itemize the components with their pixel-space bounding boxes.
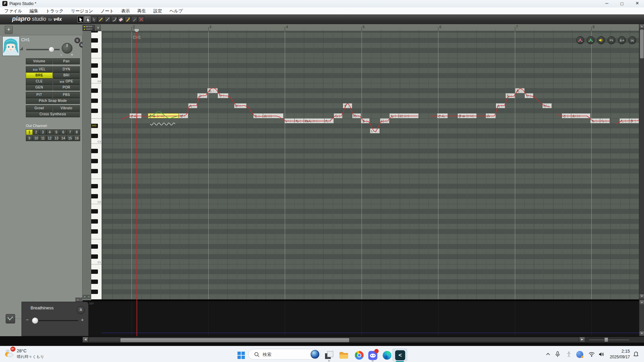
- vertical-scrollbar[interactable]: ▲ ▼ ▲ ▼: [639, 24, 644, 336]
- piano-key[interactable]: [91, 274, 102, 279]
- piano-key[interactable]: [91, 269, 102, 274]
- chevron-up-icon[interactable]: [544, 350, 552, 358]
- horizontal-zoom-slider[interactable]: [589, 340, 629, 340]
- note-35[interactable]: た[…: [620, 118, 629, 123]
- menu-item-region[interactable]: リージョン: [67, 7, 97, 14]
- piano-key[interactable]: [91, 184, 102, 189]
- piano-key[interactable]: [91, 63, 102, 68]
- app-sphere-icon[interactable]: [576, 350, 584, 358]
- param-button-gen[interactable]: GEN: [26, 84, 53, 90]
- note-11[interactable]: い|…: [284, 118, 294, 123]
- out-channel-7[interactable]: 7: [66, 129, 73, 135]
- note-10[interactable]: お[o]: [263, 113, 283, 118]
- piano-key[interactable]: [91, 244, 102, 249]
- piano-key[interactable]: [91, 33, 102, 38]
- piano-key[interactable]: [91, 118, 102, 123]
- piano-key[interactable]: [91, 279, 102, 284]
- note-32[interactable]: お[o]: [571, 113, 590, 118]
- note-27[interactable]: な|…: [505, 93, 515, 98]
- piano-key[interactable]: [91, 189, 102, 194]
- param-button-cross-synthesis[interactable]: Cross Synthesis: [26, 111, 80, 117]
- note-33[interactable]: も[…: [590, 118, 600, 123]
- out-channel-12[interactable]: 12: [46, 135, 53, 141]
- note-19[interactable]: い|…: [370, 128, 380, 133]
- horizontal-scrollbar[interactable]: ◀ ▶: [83, 337, 644, 343]
- taskbar-clock[interactable]: 2:15 2025/09/17: [604, 348, 630, 360]
- lane-scroll-up-button[interactable]: ▲: [640, 300, 644, 304]
- panel-plus-button[interactable]: +: [75, 298, 80, 302]
- parameter-lane-toggle-button[interactable]: [6, 314, 15, 323]
- collapse-lane-button[interactable]: «: [96, 25, 101, 31]
- parameter-lane[interactable]: 127: [83, 300, 639, 336]
- param-button-pit[interactable]: PIT: [26, 92, 53, 98]
- line-tool[interactable]: [104, 16, 111, 22]
- select-dim-tool[interactable]: [91, 16, 97, 22]
- taskbar-app-discord[interactable]: [368, 350, 378, 360]
- note-28[interactable]: あ|…: [515, 88, 525, 93]
- note-36[interactable]: き[…: [629, 118, 639, 123]
- search-highlight-globe[interactable]: [311, 350, 319, 359]
- out-channel-11[interactable]: 11: [39, 135, 46, 141]
- note-4[interactable]: ん|…: [188, 103, 197, 108]
- out-channel-1[interactable]: 1: [26, 129, 33, 135]
- param-button-ope[interactable]: ▮▮▮OPE: [53, 78, 80, 84]
- pencil-tool[interactable]: [98, 16, 104, 22]
- taskbar-active-app[interactable]: <: [392, 349, 407, 361]
- microphone-icon[interactable]: [553, 350, 561, 358]
- param-button-pbs[interactable]: PBS: [53, 92, 80, 98]
- piano-key[interactable]: [91, 83, 102, 88]
- param-button-pitch-snap-mode[interactable]: Pitch Snap Mode: [26, 98, 80, 104]
- breathiness-auto-button[interactable]: A: [77, 306, 85, 314]
- wifi-icon[interactable]: [588, 350, 596, 358]
- piano-key[interactable]: C2: [91, 199, 102, 204]
- piano-key[interactable]: [91, 108, 102, 113]
- piano-key[interactable]: C1: [91, 259, 102, 264]
- scroll-down-button[interactable]: ▼: [640, 294, 644, 298]
- piano-key[interactable]: [91, 209, 102, 214]
- taskbar-app-chrome[interactable]: [354, 350, 364, 360]
- notification-bell-icon[interactable]: z: [632, 350, 640, 358]
- piano-key[interactable]: [91, 249, 102, 254]
- out-channel-4[interactable]: 4: [46, 129, 53, 135]
- piano-key[interactable]: [91, 284, 102, 289]
- out-channel-6[interactable]: 6: [60, 129, 67, 135]
- param-button-por[interactable]: POR: [53, 84, 80, 90]
- weather-widget[interactable]: 9+ 28°C 晴れ時々くもり: [3, 348, 44, 360]
- out-channel-5[interactable]: 5: [53, 129, 60, 135]
- menu-item-file[interactable]: ファイル: [1, 7, 26, 14]
- out-channel-13[interactable]: 13: [53, 135, 60, 141]
- param-button-bre[interactable]: BRE: [26, 72, 53, 78]
- param-button-cle[interactable]: CLE: [26, 78, 53, 84]
- piano-key[interactable]: [91, 133, 102, 138]
- out-channel-8[interactable]: 8: [73, 129, 80, 135]
- menu-item-view[interactable]: 表示: [117, 7, 133, 14]
- close-button[interactable]: ✕: [631, 0, 644, 7]
- note-24[interactable]: きゅ[k' M]: [458, 113, 477, 118]
- piano-key[interactable]: C3: [91, 138, 102, 143]
- note-8[interactable]: が|…: [234, 103, 247, 108]
- out-channel-9[interactable]: 9: [26, 135, 33, 141]
- piano-key[interactable]: [91, 194, 102, 199]
- pitch-curve-green-button[interactable]: [587, 36, 595, 44]
- breathiness-slider-knob[interactable]: [32, 317, 38, 324]
- piano-key[interactable]: [91, 214, 102, 219]
- note-13[interactable]: ねん[n (…: [304, 118, 324, 123]
- delete-tool[interactable]: [138, 16, 144, 22]
- param-button-vibrato[interactable]: Vibrato: [53, 105, 80, 111]
- note-23[interactable]: さん: [437, 113, 448, 118]
- note-20[interactable]: に[…: [380, 118, 389, 123]
- piano-key[interactable]: [91, 224, 102, 229]
- note-1[interactable]: さん: [129, 113, 142, 118]
- note-17[interactable]: の|…: [352, 113, 361, 118]
- piano-key[interactable]: [91, 48, 102, 53]
- meter-tempo-button[interactable]: METER TEMPO: [83, 25, 95, 31]
- param-button-volume[interactable]: Volume: [26, 58, 53, 64]
- scroll-up-button[interactable]: ▲: [640, 24, 644, 28]
- menu-item-help[interactable]: ヘルプ: [166, 7, 186, 14]
- note-15[interactable]: ら[…: [334, 113, 342, 118]
- piano-key[interactable]: [91, 98, 102, 103]
- volume-slider-knob[interactable]: [49, 47, 54, 52]
- piano-key[interactable]: [91, 254, 102, 259]
- vertical-scroll-thumb[interactable]: [640, 29, 644, 58]
- scroll-left-button[interactable]: ◀: [83, 337, 88, 342]
